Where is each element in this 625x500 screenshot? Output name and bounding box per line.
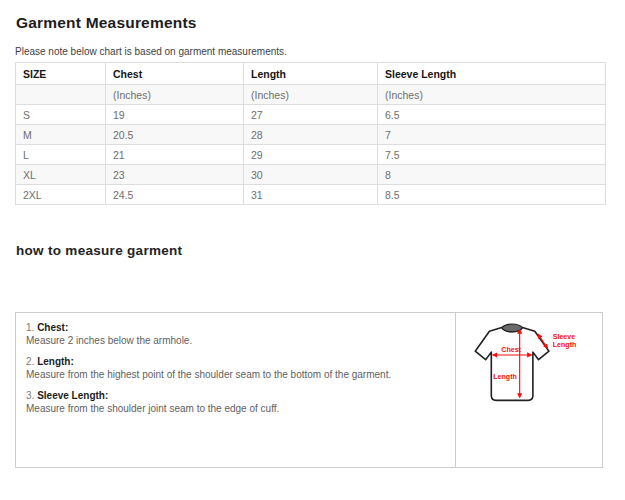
table-cell: XL bbox=[16, 165, 106, 185]
sleeve-arrow-label-line2: Length bbox=[553, 341, 577, 349]
page-title: Garment Measurements bbox=[16, 14, 197, 32]
table-cell: 2XL bbox=[16, 185, 106, 205]
column-header-sleeve-length: Sleeve Length bbox=[378, 63, 606, 85]
how-to-measure-box: 1. Chest: Measure 2 inches below the arm… bbox=[15, 312, 603, 468]
instruction-label: Sleeve Length: bbox=[37, 390, 108, 401]
tshirt-outline bbox=[475, 328, 549, 401]
table-cell: 21 bbox=[106, 145, 244, 165]
column-header-size: SIZE bbox=[16, 63, 106, 85]
chest-arrow-label: Chest bbox=[501, 346, 521, 354]
chart-note: Please note below chart is based on garm… bbox=[15, 46, 287, 57]
table-cell: 8.5 bbox=[378, 185, 606, 205]
table-cell: 24.5 bbox=[106, 185, 244, 205]
table-row: S 19 27 6.5 bbox=[16, 105, 606, 125]
instruction-text: Measure from the highest point of the sh… bbox=[26, 368, 445, 381]
table-cell: (Inches) bbox=[106, 85, 244, 105]
table-cell: L bbox=[16, 145, 106, 165]
table-cell: 28 bbox=[244, 125, 378, 145]
table-cell: M bbox=[16, 125, 106, 145]
table-cell bbox=[16, 85, 106, 105]
instruction-chest: 1. Chest: Measure 2 inches below the arm… bbox=[26, 321, 445, 347]
table-cell: 29 bbox=[244, 145, 378, 165]
table-header-row: SIZE Chest Length Sleeve Length bbox=[16, 63, 606, 85]
sleeve-arrow-label-line1: Sleeve bbox=[553, 333, 575, 341]
instruction-number: 1. bbox=[26, 322, 34, 333]
size-chart-table: SIZE Chest Length Sleeve Length (Inches)… bbox=[15, 62, 606, 205]
table-cell: 7.5 bbox=[378, 145, 606, 165]
instruction-text: Measure 2 inches below the armhole. bbox=[26, 334, 445, 347]
column-header-length: Length bbox=[244, 63, 378, 85]
column-header-chest: Chest bbox=[106, 63, 244, 85]
table-row: L 21 29 7.5 bbox=[16, 145, 606, 165]
table-cell: 30 bbox=[244, 165, 378, 185]
table-row: XL 23 30 8 bbox=[16, 165, 606, 185]
length-arrow-label: Length bbox=[493, 373, 517, 381]
garment-measurements-page: Garment Measurements Please note below c… bbox=[0, 0, 625, 500]
table-cell: S bbox=[16, 105, 106, 125]
table-cell: 19 bbox=[106, 105, 244, 125]
measure-instructions: 1. Chest: Measure 2 inches below the arm… bbox=[16, 313, 456, 467]
table-cell: 6.5 bbox=[378, 105, 606, 125]
table-cell: (Inches) bbox=[378, 85, 606, 105]
measure-diagram-panel: Chest Length Sleeve Length bbox=[456, 313, 602, 467]
units-row: (Inches) (Inches) (Inches) bbox=[16, 85, 606, 105]
table-cell: 8 bbox=[378, 165, 606, 185]
instruction-sleeve-length: 3. Sleeve Length: Measure from the shoul… bbox=[26, 389, 445, 415]
instruction-text: Measure from the shoulder joint seam to … bbox=[26, 402, 445, 415]
instruction-number: 2. bbox=[26, 356, 34, 367]
instruction-length: 2. Length: Measure from the highest poin… bbox=[26, 355, 445, 381]
instruction-label: Length: bbox=[37, 356, 74, 367]
instruction-number: 3. bbox=[26, 390, 34, 401]
instruction-label: Chest: bbox=[37, 322, 68, 333]
table-cell: 20.5 bbox=[106, 125, 244, 145]
table-cell: 23 bbox=[106, 165, 244, 185]
section-title: how to measure garment bbox=[16, 243, 182, 258]
table-cell: 7 bbox=[378, 125, 606, 145]
tshirt-diagram: Chest Length Sleeve Length bbox=[462, 318, 583, 408]
table-cell: 31 bbox=[244, 185, 378, 205]
table-row: 2XL 24.5 31 8.5 bbox=[16, 185, 606, 205]
table-cell: 27 bbox=[244, 105, 378, 125]
table-row: M 20.5 28 7 bbox=[16, 125, 606, 145]
table-cell: (Inches) bbox=[244, 85, 378, 105]
